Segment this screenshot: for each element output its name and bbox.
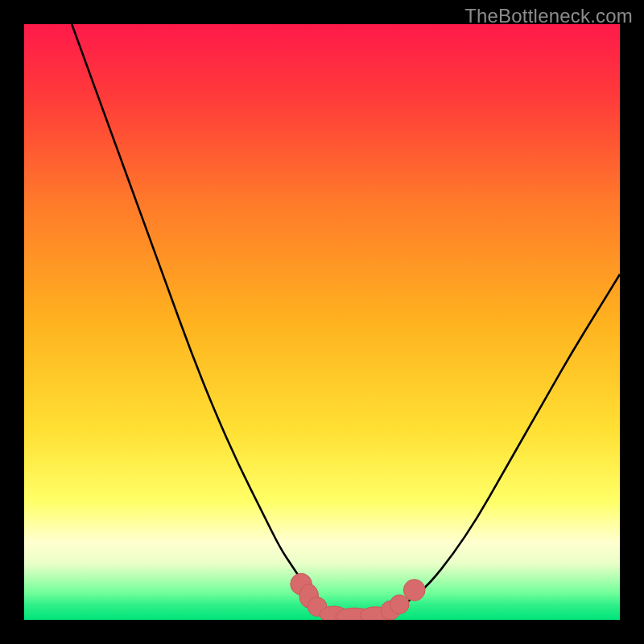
gradient-background bbox=[24, 24, 620, 620]
valley-marker bbox=[403, 580, 425, 601]
plot-area bbox=[24, 24, 620, 620]
chart-svg bbox=[24, 24, 620, 620]
chart-frame: TheBottleneck.com bbox=[0, 0, 644, 644]
valley-marker bbox=[390, 595, 409, 614]
watermark-text: TheBottleneck.com bbox=[464, 5, 633, 27]
